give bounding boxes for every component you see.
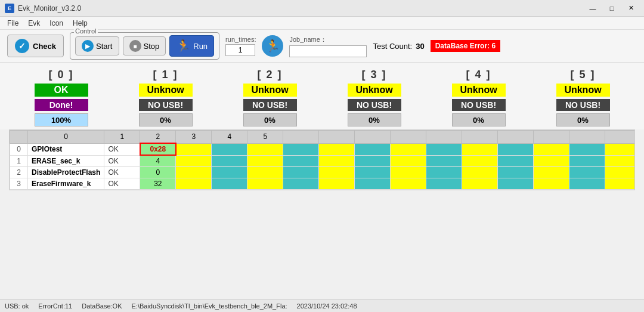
cell-1-2 [247,155,283,167]
row-num-0: 0 [10,143,28,155]
toolbar: ✓ Check Control ▶ Start ■ Stop 🏃 Run run… [0,30,644,63]
cell-3-5 [355,178,391,190]
device-grid: [ 0 ]OKDone!100%[ 1 ]UnknowNO USB!0%[ 2 … [0,63,644,129]
device-substatus-2: NO USB! [243,99,297,111]
device-index-5: [ 5 ] [570,69,595,81]
ext-cell-2-4 [534,167,569,178]
app-icon: E [5,4,14,13]
test-count-group: Test Count: 30 [373,42,424,51]
device-substatus-5: NO USB! [556,99,610,111]
device-status-3: Unknow [348,84,401,97]
runner-icon: 🏃 [262,35,283,57]
cell-0-0 [176,143,212,155]
start-label: Start [96,42,112,51]
cell-0-5 [355,143,391,155]
run-icon: 🏃 [176,39,191,53]
title-bar-left: E Evk_Monitor_v3.2.0 [5,4,81,13]
ext-cell-3-0 [391,178,426,190]
row-num-3: 3 [10,178,28,190]
ext-cell-2-2 [462,167,498,178]
col-header-0 [10,131,28,144]
job-name-input[interactable] [289,45,367,57]
menu-file[interactable]: File [2,18,23,29]
db-status: DataBase:OK [82,302,122,310]
run-times-input[interactable] [225,44,255,56]
col-header-extra-0 [283,131,319,144]
ext-cell-0-0 [391,143,426,155]
ext-cell-2-3 [498,167,534,178]
row-num-2: 2 [10,167,28,178]
col0-status-3: OK [104,178,140,190]
device-status-2: Unknow [243,84,297,97]
menu-icon[interactable]: Icon [45,18,68,29]
ext-cell-3-3 [498,178,534,190]
start-button[interactable]: ▶ Start [75,36,119,55]
ext-cell-1-0 [391,155,426,167]
file-path: E:\BaiduSyncdisk\TI_bin\Evk_testbench_bl… [131,302,287,310]
maximize-button[interactable]: □ [603,3,620,14]
col-header-extra-9 [605,131,635,144]
device-progress-3: 0% [348,113,401,126]
ext-cell-2-1 [426,167,462,178]
cell-3-3 [283,178,319,190]
cell-3-1 [212,178,247,190]
device-substatus-3: NO USB! [348,99,401,111]
cell-3-0 [176,178,212,190]
cell-0-4 [319,143,355,155]
stop-button[interactable]: ■ Stop [123,36,166,55]
usb-status: USB: ok [5,302,29,310]
test-count-value: 30 [416,42,424,51]
col0-value-1: 4 [140,155,176,167]
device-col-3: [ 3 ]UnknowNO USB!0% [322,69,426,126]
ext-cell-2-6 [605,167,635,178]
ext-cell-3-4 [534,178,569,190]
window-title: Evk_Monitor_v3.2.0 [18,4,81,13]
col-header-3: 2 [140,131,176,144]
check-button[interactable]: ✓ Check [7,35,64,57]
col0-status-0: OK [104,143,140,155]
table-row: 1ERASE_sec_kOK4 [10,155,636,167]
col0-value-2: 0 [140,167,176,178]
cell-1-4 [319,155,355,167]
menu-evk[interactable]: Evk [23,18,45,29]
device-status-5: Unknow [556,84,610,97]
table-row: 2DisableProtectFlashOK0 [10,167,636,178]
col0-status-1: OK [104,155,140,167]
device-status-4: Unknow [452,84,506,97]
job-name-group: Job_name： [289,35,367,57]
device-progress-4: 0% [452,113,506,126]
ext-cell-2-0 [391,167,426,178]
ext-cell-0-2 [462,143,498,155]
device-substatus-4: NO USB! [452,99,506,111]
ext-cell-3-2 [462,178,498,190]
ext-cell-0-4 [534,143,569,155]
col-header-extra-2 [355,131,391,144]
cell-0-3 [283,143,319,155]
col-header-4: 3 [176,131,212,144]
cell-2-2 [247,167,283,178]
ext-cell-3-1 [426,178,462,190]
device-progress-2: 0% [243,113,297,126]
cell-3-4 [319,178,355,190]
cell-2-1 [212,167,247,178]
close-button[interactable]: ✕ [623,3,639,14]
device-status-0: OK [35,84,88,97]
run-button[interactable]: 🏃 Run [169,35,214,57]
test-count-label: Test Count: [373,42,412,51]
ext-cell-3-6 [605,178,635,190]
device-index-4: [ 4 ] [466,69,491,81]
ext-cell-1-3 [498,155,534,167]
run-times-label: run_times: [225,36,256,43]
cell-2-3 [283,167,319,178]
timestamp: 2023/10/24 23:02:48 [297,302,357,310]
col-header-extra-6 [498,131,534,144]
test-results-table: 0123450GPIOtestOK0x281ERASE_sec_kOK42Dis… [9,129,635,190]
run-label: Run [193,42,208,51]
ext-cell-3-5 [569,178,605,190]
minimize-button[interactable]: — [584,3,601,14]
device-col-0: [ 0 ]OKDone!100% [9,69,113,126]
check-label: Check [33,42,56,51]
col-header-1: 0 [28,131,104,144]
ext-cell-2-5 [569,167,605,178]
menu-help[interactable]: Help [68,18,92,29]
